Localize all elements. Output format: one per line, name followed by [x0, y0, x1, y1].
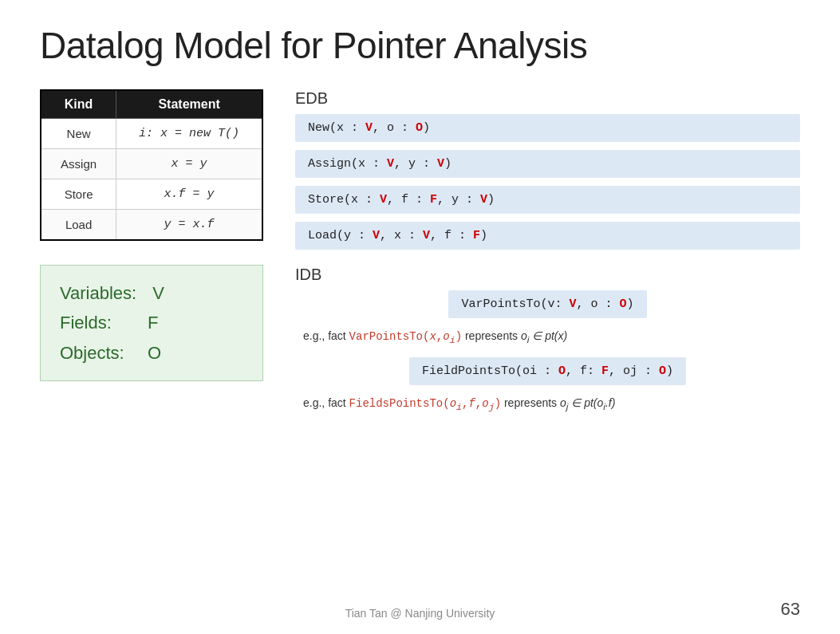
idb-varpoints-wrapper: VarPointsTo(v: V, o : O)	[295, 290, 800, 326]
cell-stmt: y = x.f	[116, 210, 262, 241]
idb-label: IDB	[295, 266, 800, 284]
cell-kind: Load	[41, 210, 116, 241]
slide: Datalog Model for Pointer Analysis Kind …	[0, 0, 840, 634]
footer: Tian Tan @ Nanjing University	[0, 607, 840, 620]
table-row: Store x.f = y	[41, 179, 262, 210]
edb-store-box: Store(x : V, f : F, y : V)	[295, 186, 800, 214]
var-label-fields: Fields:	[60, 308, 132, 337]
var-row-variables: Variables: V	[60, 278, 243, 308]
var-row-fields: Fields: F	[60, 308, 243, 337]
variables-box: Variables: V Fields: F Objects: O	[40, 265, 263, 381]
table-row: New i: x = new T()	[41, 119, 262, 149]
idb-varpoints-note: e.g., fact VarPointsTo(x,oi) represents …	[295, 329, 800, 346]
idb-fieldpoints-wrapper: FieldPointsTo(oi : O, f: F, oj : O)	[295, 357, 800, 393]
var-label-objects: Objects:	[60, 338, 132, 368]
var-val-f: F	[148, 308, 158, 337]
idb-section: IDB VarPointsTo(v: V, o : O) e.g., fact …	[295, 266, 800, 424]
cell-kind: Assign	[41, 149, 116, 179]
var-val-o: O	[148, 338, 161, 368]
footer-credit: Tian Tan @ Nanjing University	[345, 607, 495, 620]
var-label-variables: Variables:	[60, 278, 136, 308]
var-row-objects: Objects: O	[60, 338, 243, 368]
cell-stmt: x.f = y	[116, 179, 262, 210]
content-area: Kind Statement New i: x = new T() Assign…	[40, 89, 800, 424]
col-header-statement: Statement	[116, 90, 262, 119]
right-column: EDB New(x : V, o : O) Assign(x : V, y : …	[295, 89, 800, 424]
cell-kind: Store	[41, 179, 116, 210]
col-header-kind: Kind	[41, 90, 116, 119]
cell-stmt: x = y	[116, 149, 262, 179]
edb-new-box: New(x : V, o : O)	[295, 114, 800, 142]
edb-assign-box: Assign(x : V, y : V)	[295, 150, 800, 178]
edb-load-box: Load(y : V, x : V, f : F)	[295, 222, 800, 250]
page-number: 63	[781, 599, 800, 620]
var-val-v: V	[152, 278, 164, 308]
edb-label: EDB	[295, 89, 800, 108]
page-title: Datalog Model for Pointer Analysis	[40, 24, 800, 67]
cell-kind: New	[41, 119, 116, 149]
cell-stmt: i: x = new T()	[116, 119, 262, 149]
idb-fieldpoints-note: e.g., fact FieldsPointsTo(oi,f,oj) repre…	[295, 396, 800, 413]
idb-fieldpoints-box: FieldPointsTo(oi : O, f: F, oj : O)	[409, 357, 686, 385]
statements-table: Kind Statement New i: x = new T() Assign…	[40, 89, 263, 241]
idb-varpoints-box: VarPointsTo(v: V, o : O)	[448, 290, 646, 318]
table-row: Load y = x.f	[41, 210, 262, 241]
table-row: Assign x = y	[41, 149, 262, 179]
left-column: Kind Statement New i: x = new T() Assign…	[40, 89, 263, 381]
